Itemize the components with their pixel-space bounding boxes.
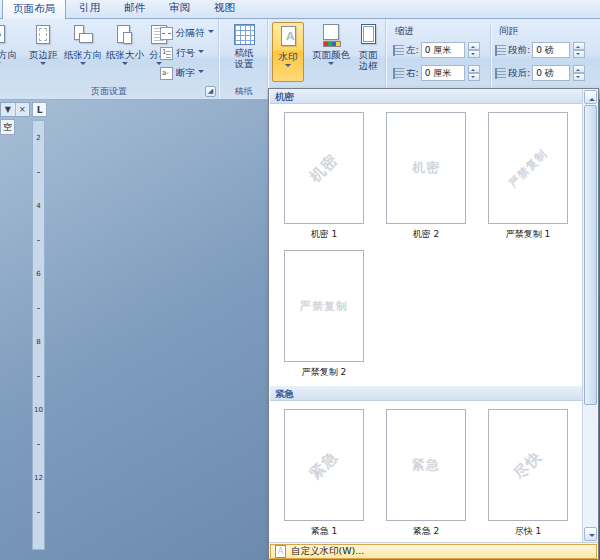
orientation-label: 纸张方向 [64, 49, 102, 60]
space-before-label: 段前: [508, 44, 530, 57]
gallery-grid: 紧急紧急 1紧急紧急 2尽快尽快 1 [270, 401, 582, 542]
scroll-down-icon[interactable] [584, 527, 597, 541]
watermark-option[interactable]: 尽快尽快 1 [477, 405, 579, 542]
watermark-gallery-body: 机密机密机密 1机密机密 2严禁复制严禁复制 1严禁复制严禁复制 2紧急紧急紧急… [270, 89, 582, 542]
ruler-tick [33, 155, 44, 189]
group-page-setup: 文字方向 页边距 纸张方向 纸张大小 分栏 [0, 19, 219, 99]
grid-paper-icon [234, 24, 255, 45]
watermark-option-label: 紧急 2 [413, 525, 440, 538]
watermark-thumbnail: 机密 [284, 112, 364, 224]
custom-watermark-menu-item[interactable]: A 自定义水印(W)... [270, 544, 597, 559]
ribbon-tab-4[interactable]: 审阅 [158, 0, 201, 18]
watermark-thumbnail: 紧急 [386, 409, 466, 521]
tab-stop-selector[interactable]: L [32, 102, 47, 117]
watermark-option[interactable]: 严禁复制严禁复制 1 [477, 108, 579, 246]
text-direction-button[interactable]: 文字方向 [0, 22, 22, 68]
ribbon-tab-5[interactable]: 视图 [203, 0, 246, 18]
indent-right-stepper[interactable] [468, 65, 480, 81]
space-after-icon [495, 68, 506, 79]
watermark-button[interactable]: 水印 [272, 22, 304, 82]
watermark-option[interactable]: 严禁复制严禁复制 2 [273, 246, 375, 384]
watermark-option-label: 机密 2 [413, 228, 440, 241]
watermark-text: 尽快 [510, 447, 546, 483]
watermark-text: 机密 [412, 159, 440, 177]
line-numbers-button[interactable]: 行号 [160, 43, 218, 63]
ruler-tick [33, 495, 44, 529]
watermark-text: 严禁复制 [300, 299, 348, 314]
gallery-section-header: 机密 [270, 89, 582, 104]
hyphenation-icon [160, 67, 173, 80]
watermark-text: 机密 [306, 150, 342, 186]
scrollbar-thumb[interactable] [584, 105, 597, 405]
paper-size-button[interactable]: 纸张大小 [104, 22, 146, 68]
chevron-down-icon [0, 62, 1, 68]
chevron-down-icon[interactable]: ▼ [1, 103, 16, 116]
scroll-up-icon[interactable] [584, 90, 597, 104]
word-window: 页面布局引用邮件审阅视图 文字方向 页边距 纸张方向 纸张大小 [0, 0, 600, 560]
page-borders-icon [356, 23, 380, 47]
line-numbers-icon [160, 47, 173, 60]
watermark-thumbnail: 紧急 [284, 409, 364, 521]
paper-group-label: 稿纸 [220, 85, 267, 98]
text-direction-icon [0, 23, 10, 47]
watermark-thumbnail: 尽快 [488, 409, 568, 521]
grid-paper-label: 稿纸设置 [231, 47, 257, 69]
gallery-grid: 机密机密 1机密机密 2严禁复制严禁复制 1严禁复制严禁复制 2 [270, 104, 582, 386]
watermark-option[interactable]: 机密机密 2 [375, 108, 477, 246]
vertical-ruler[interactable]: 24681012 [32, 120, 45, 550]
indent-right-icon [393, 68, 404, 79]
group-paper: 稿纸设置 稿纸 [220, 19, 268, 99]
space-after-input[interactable]: 0 磅 [532, 65, 570, 81]
page-setup-group-label: 页面设置 [0, 85, 218, 98]
chevron-down-icon [80, 62, 86, 68]
indent-left-input[interactable]: 0 厘米 [421, 42, 465, 58]
watermark-option[interactable]: 紧急紧急 2 [375, 405, 477, 542]
page-borders-button[interactable]: 页面边框 [355, 22, 381, 71]
page-borders-label: 页面边框 [355, 49, 381, 71]
ribbon-tab-3[interactable]: 邮件 [113, 0, 156, 18]
indent-right-input[interactable]: 0 厘米 [421, 65, 465, 81]
watermark-option[interactable]: 机密机密 1 [273, 108, 375, 246]
dialog-launcher-icon[interactable]: ◢ [205, 86, 216, 97]
breaks-button[interactable]: 分隔符 [160, 23, 218, 43]
gallery-footer: A 自定义水印(W)... [269, 542, 598, 559]
chevron-down-icon [285, 64, 291, 70]
ruler-number: 6 [33, 257, 44, 291]
watermark-option[interactable]: 紧急紧急 1 [273, 405, 375, 542]
watermark-text: 严禁复制 [506, 146, 551, 191]
space-after-stepper[interactable] [573, 65, 585, 81]
group-paragraph: 缩进 左: 0 厘米 右: 0 厘米 间距 段前: 0 磅 [387, 19, 600, 99]
custom-watermark-label: 自定义水印(W)... [291, 545, 364, 558]
indent-header: 缩进 [395, 25, 414, 38]
space-before-stepper[interactable] [573, 42, 585, 58]
chevron-down-icon [198, 70, 204, 76]
watermark-text: 紧急 [306, 447, 342, 483]
watermark-thumbnail: 严禁复制 [488, 112, 568, 224]
paper-size-icon [113, 23, 137, 47]
grid-paper-setup-button[interactable]: 稿纸设置 [231, 22, 257, 69]
ribbon-tab-2[interactable]: 引用 [68, 0, 111, 18]
spacing-header: 间距 [499, 25, 518, 38]
watermark-option-label: 尽快 1 [515, 525, 542, 538]
space-before-input[interactable]: 0 磅 [532, 42, 570, 58]
close-icon[interactable]: × [16, 103, 30, 116]
chevron-down-icon [40, 62, 46, 68]
orientation-button[interactable]: 纸张方向 [62, 22, 104, 68]
ribbon-tab-1[interactable]: 页面布局 [2, 0, 66, 19]
group-page-background: 水印 页面颜色 页面边框 [269, 19, 386, 99]
page-color-button[interactable]: 页面颜色 [309, 22, 353, 68]
space-after-label: 段后: [508, 67, 530, 80]
breaks-icon [160, 27, 173, 40]
line-numbers-label: 行号 [176, 47, 195, 60]
watermark-gallery-dropdown: 机密机密机密 1机密机密 2严禁复制严禁复制 1严禁复制严禁复制 2紧急紧急紧急… [268, 88, 599, 560]
ruler-number: 12 [33, 461, 44, 495]
hyphenation-button[interactable]: 断字 [160, 63, 218, 83]
ruler-tick [33, 359, 44, 393]
toolbar-fragment: ▼ × [0, 102, 30, 117]
gallery-scrollbar[interactable] [582, 89, 598, 542]
indent-left-stepper[interactable] [468, 42, 480, 58]
margins-button[interactable]: 页边距 [24, 22, 62, 68]
ruler-tick [33, 223, 44, 257]
page-color-label: 页面颜色 [312, 49, 350, 60]
ribbon-tab-row: 页面布局引用邮件审阅视图 [0, 0, 600, 19]
